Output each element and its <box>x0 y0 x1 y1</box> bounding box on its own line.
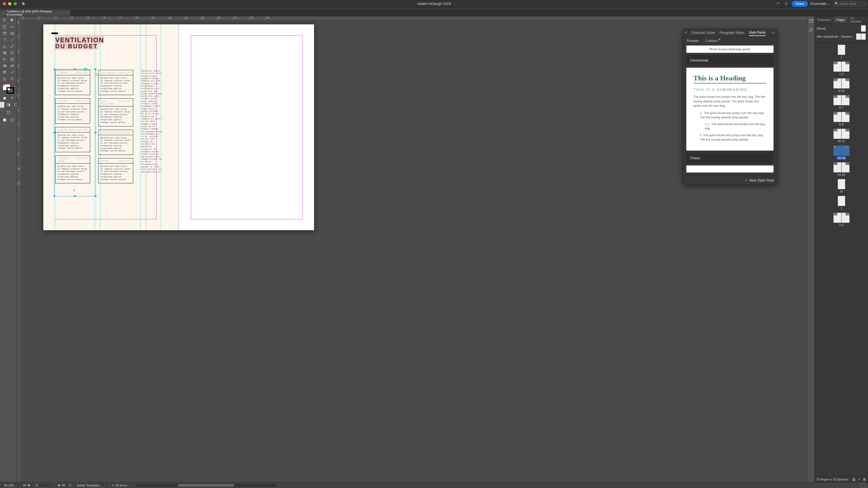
spread-thumbnail[interactable]: A41A416–7 <box>815 95 868 109</box>
tab-style-packs[interactable]: Style Packs <box>749 30 766 36</box>
document-tab[interactable]: × *Untitled-1 @ 50% [GPU Preview] [Conve… <box>0 10 70 16</box>
zoom-tool[interactable] <box>9 76 16 82</box>
rectangle-frame-tool[interactable] <box>1 50 8 56</box>
budget-card[interactable]: VOLENDETL€000,000Quiatem qui dimu occus,… <box>98 70 133 95</box>
horizontal-ruler[interactable]: 12345678910111213141516 <box>22 16 807 21</box>
next-page-icon[interactable]: ▶ <box>57 483 61 487</box>
selection-tool[interactable] <box>1 17 8 23</box>
close-window-icon[interactable] <box>3 2 6 5</box>
vertical-ruler[interactable]: 01234567891011 <box>17 21 22 482</box>
budget-card[interactable]: OLE MOLEREP€000,000Quiatem qui dimu occu… <box>98 98 133 126</box>
panel-collapse-icon[interactable]: «« <box>772 31 775 34</box>
page-field[interactable]: 12⌄ <box>33 483 55 487</box>
share-button[interactable]: Share <box>792 1 808 7</box>
adobe-stock-search[interactable]: 🔍 Adobe Stock <box>833 1 866 6</box>
masters-list[interactable]: [None] A41–Gabarit A4 – Numéros de page … <box>815 23 868 42</box>
ruler-corner[interactable] <box>17 16 22 21</box>
fill-stroke-swatch[interactable] <box>3 84 14 94</box>
pen-tool[interactable] <box>1 43 8 49</box>
pasteboard[interactable]: VENTILATION DU BUDGET LOREM€000,000Quiat… <box>22 21 807 482</box>
help-bulb-icon[interactable] <box>783 1 789 6</box>
rectangle-tool[interactable] <box>9 50 16 56</box>
subtab-custom[interactable]: Custom <box>705 39 720 43</box>
preflight-status[interactable]: 36 errors ⌄ <box>110 483 133 487</box>
spread-thumbnail[interactable]: LTR2LTR12–3 <box>815 213 868 227</box>
workspace-switcher[interactable]: Essentials ⌄ <box>811 2 831 6</box>
gap-tool[interactable] <box>9 24 16 30</box>
formatting-container-icon[interactable] <box>1 95 8 101</box>
apply-color-icon[interactable] <box>0 102 4 108</box>
spread-thumbnail[interactable]: A41A42[4–5] <box>815 78 868 92</box>
pages-list[interactable]: 1A42A412–3A41A42[4–5]A41A416–7A41A418–9A… <box>815 42 868 476</box>
view-normal-icon[interactable] <box>1 117 8 123</box>
prev-page-icon[interactable]: ◀ <box>27 483 30 487</box>
master-none[interactable]: [None] <box>817 24 866 32</box>
apply-gradient-icon[interactable] <box>5 102 12 108</box>
new-page-icon[interactable]: ＋ <box>857 478 861 481</box>
hand-tool[interactable] <box>1 76 8 82</box>
page-title-frame[interactable]: VENTILATION DU BUDGET <box>55 37 104 50</box>
minimize-window-icon[interactable] <box>8 2 11 5</box>
spread-thumbnail[interactable]: 1 <box>815 45 868 59</box>
page-right[interactable] <box>179 24 314 230</box>
open-icon[interactable]: ⎘ <box>68 484 72 487</box>
content-placer-tool[interactable] <box>9 30 16 36</box>
delete-page-icon[interactable]: 🗑 <box>863 478 866 481</box>
first-page-icon[interactable]: ⏮ <box>22 483 26 487</box>
content-collector-tool[interactable] <box>1 30 8 36</box>
style-packs-panel[interactable]: × «« Character Styles Paragraph Styles S… <box>683 29 777 185</box>
spread-thumbnail[interactable]: A42A412–3 <box>815 61 868 75</box>
direct-selection-tool[interactable] <box>9 17 16 23</box>
last-page-icon[interactable]: ⏭ <box>62 483 65 487</box>
selected-frame[interactable]: o <box>54 69 96 196</box>
in-port-icon[interactable] <box>84 68 87 71</box>
spread-thumbnail[interactable]: A41A418–9 <box>815 112 868 126</box>
gradient-swatch-tool[interactable] <box>1 63 8 69</box>
zoom-window-icon[interactable] <box>13 2 17 5</box>
screen-mode-normal-icon[interactable] <box>5 110 12 115</box>
stacked-pages-icon[interactable] <box>808 19 813 24</box>
scissors-tool[interactable] <box>1 56 8 62</box>
formatting-text-icon[interactable] <box>9 95 16 101</box>
cloud-sync-icon[interactable] <box>775 1 781 6</box>
gradient-feather-tool[interactable] <box>9 63 16 69</box>
out-port-icon[interactable] <box>94 73 97 76</box>
preview-top[interactable]: The five boxing wizards jump quickly. <box>686 45 774 53</box>
pack-chess-preview[interactable] <box>686 165 774 173</box>
budget-card[interactable]: FEROTEMUS€000,000Quiatem qui dimu occus,… <box>98 130 133 155</box>
close-tab-icon[interactable]: × <box>3 11 4 14</box>
new-style-pack-button[interactable]: New Style Pack <box>749 178 774 182</box>
spread-thumbnail[interactable]: A41A4214–15 <box>815 162 868 176</box>
panel-body[interactable]: The five boxing wizards jump quickly. Ce… <box>683 45 777 176</box>
note-tool[interactable] <box>1 69 8 75</box>
spread-thumbnail[interactable]: 1 <box>815 196 868 210</box>
horizontal-scrollbar[interactable] <box>135 484 276 487</box>
master-a41[interactable]: A41–Gabarit A4 – Numéros de page noirs <box>817 32 866 41</box>
spread-thumbnail[interactable]: A42A4110–11 <box>815 129 868 143</box>
tab-paragraph-styles[interactable]: Paragraph Styles <box>720 30 745 36</box>
eyedropper-tool[interactable] <box>9 69 16 75</box>
edit-page-icon[interactable]: ▥ <box>852 478 856 481</box>
canvas-area[interactable]: 12345678910111213141516 01234567891011 V… <box>17 16 807 482</box>
budget-card[interactable]: ESCIL€000,000Quiatem qui dimu occus, ut … <box>98 158 133 183</box>
tab-properties[interactable]: Properties <box>815 16 834 23</box>
tab-character-styles[interactable]: Character Styles <box>691 30 715 36</box>
spread-thumbnail[interactable]: A41A4112–13 <box>815 146 868 159</box>
zoom-field[interactable]: 50.18%⌄ <box>2 483 20 487</box>
type-tool[interactable] <box>1 37 8 43</box>
page-tool[interactable] <box>1 24 8 30</box>
tab-cc-libraries[interactable]: CC Libraries <box>847 16 868 23</box>
view-mode-toggle[interactable] <box>861 483 866 487</box>
pack-chess[interactable]: Chess <box>686 153 774 163</box>
subtab-presets[interactable]: Presets <box>687 39 699 43</box>
pack-ceremonial-preview[interactable]: This is a Heading THIS IS A SUBHEADING T… <box>686 68 774 151</box>
plus-icon[interactable]: ＋ <box>744 178 748 183</box>
panel-close-icon[interactable]: × <box>685 31 687 34</box>
links-icon[interactable] <box>808 27 813 32</box>
side-text[interactable]: Muatlatia. Explis tis as ad et facid exp… <box>141 70 162 183</box>
spread-thumbnail[interactable]: 16 <box>815 179 868 193</box>
tab-pages[interactable]: Pages <box>834 16 847 23</box>
home-icon[interactable] <box>21 1 26 6</box>
pencil-tool[interactable] <box>9 43 16 49</box>
line-tool[interactable] <box>9 37 16 43</box>
